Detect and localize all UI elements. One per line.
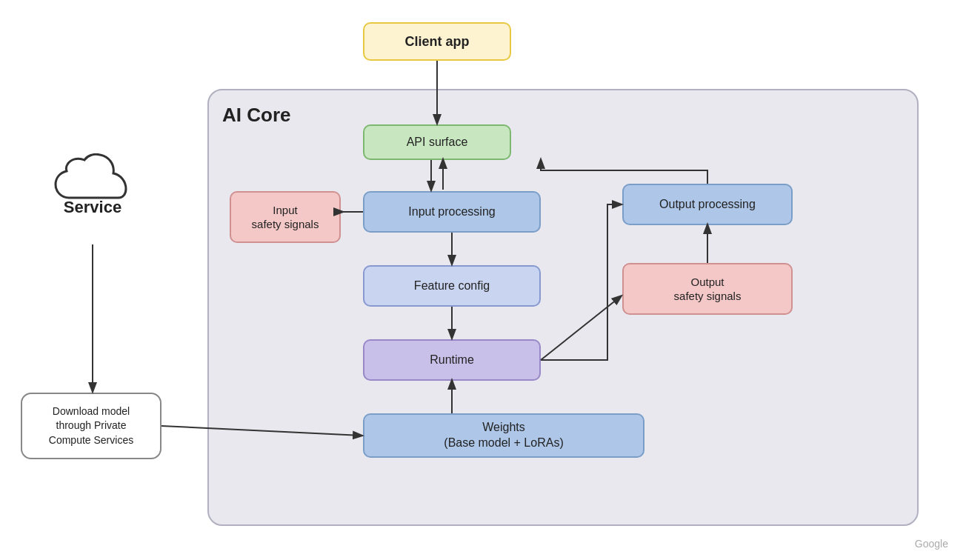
weights-box: Weights(Base model + LoRAs) bbox=[363, 413, 644, 458]
diagram-container: Client app AI Core API surface Input pro… bbox=[0, 0, 966, 560]
ai-core-label: AI Core bbox=[222, 104, 290, 127]
download-model-box: Download modelthrough PrivateCompute Ser… bbox=[21, 393, 161, 459]
input-safety-box: Inputsafety signals bbox=[230, 191, 341, 243]
input-processing-label: Input processing bbox=[408, 205, 495, 219]
client-app-box: Client app bbox=[363, 22, 511, 61]
output-processing-label: Output processing bbox=[659, 198, 756, 211]
download-model-label: Download modelthrough PrivateCompute Ser… bbox=[49, 404, 133, 448]
output-safety-label: Outputsafety signals bbox=[674, 275, 742, 304]
ai-core-box bbox=[207, 89, 919, 526]
runtime-box: Runtime bbox=[363, 339, 541, 381]
input-safety-label: Inputsafety signals bbox=[252, 203, 319, 232]
service-label: Service bbox=[64, 198, 121, 217]
weights-label: Weights(Base model + LoRAs) bbox=[444, 420, 563, 451]
api-surface-label: API surface bbox=[407, 136, 468, 149]
service-cloud: Service bbox=[30, 137, 156, 233]
client-app-label: Client app bbox=[404, 34, 469, 50]
feature-config-box: Feature config bbox=[363, 265, 541, 307]
google-label: Google bbox=[915, 538, 948, 550]
output-safety-box: Outputsafety signals bbox=[622, 263, 793, 315]
runtime-label: Runtime bbox=[430, 353, 474, 367]
input-processing-box: Input processing bbox=[363, 191, 541, 233]
output-processing-box: Output processing bbox=[622, 184, 793, 225]
api-surface-box: API surface bbox=[363, 124, 511, 160]
feature-config-label: Feature config bbox=[414, 279, 490, 293]
